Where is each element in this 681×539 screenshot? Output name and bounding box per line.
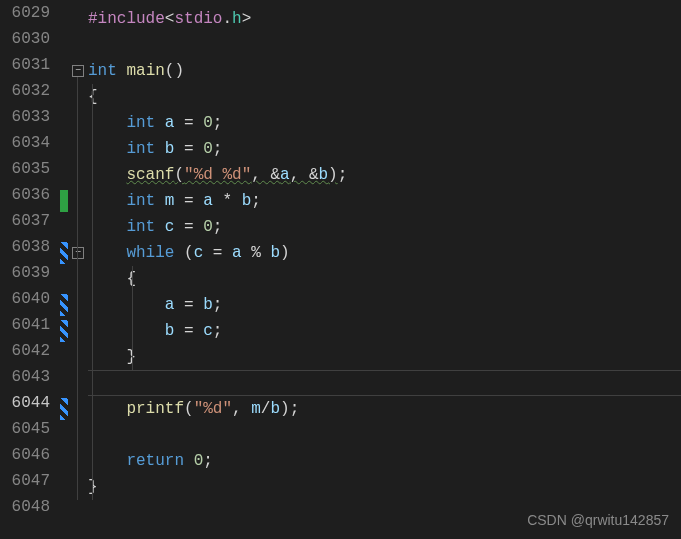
token: return (126, 452, 184, 470)
code-line[interactable]: a = b; (88, 292, 681, 318)
code-line[interactable] (88, 422, 681, 448)
token: m (251, 400, 261, 418)
token: h (232, 10, 242, 28)
indent-guide (92, 448, 93, 474)
code-text: a = b; (88, 296, 222, 314)
change-mark (60, 242, 68, 264)
line-number: 6044 (4, 390, 50, 416)
token: ) (328, 166, 338, 184)
indent-guide (92, 214, 93, 240)
token: ; (213, 322, 223, 340)
line-number: 6033 (4, 104, 50, 130)
indent-guide (92, 110, 93, 136)
token: ; (213, 296, 223, 314)
token: ( (174, 244, 193, 262)
indent-guide (132, 344, 133, 370)
token: , (232, 400, 251, 418)
token: c (165, 218, 175, 236)
line-number: 6040 (4, 286, 50, 312)
code-line[interactable]: b = c; (88, 318, 681, 344)
token: = (174, 192, 203, 210)
token: , & (251, 166, 280, 184)
code-line[interactable]: return 0; (88, 448, 681, 474)
token: scanf (126, 166, 174, 184)
token: ; (203, 452, 213, 470)
token: b (270, 400, 280, 418)
line-number: 6029 (4, 0, 50, 26)
token: > (242, 10, 252, 28)
code-text: return 0; (88, 452, 213, 470)
token: . (222, 10, 232, 28)
code-text: int a = 0; (88, 114, 222, 132)
code-line[interactable]: printf("%d", m/b); (88, 396, 681, 422)
line-number: 6036 (4, 182, 50, 208)
line-number: 6041 (4, 312, 50, 338)
line-number: 6045 (4, 416, 50, 442)
token: / (261, 400, 271, 418)
token: b (270, 244, 280, 262)
line-number: 6046 (4, 442, 50, 468)
token: ; (338, 166, 348, 184)
code-line[interactable]: } (88, 344, 681, 370)
token: a (280, 166, 290, 184)
token: #include (88, 10, 165, 28)
code-editor[interactable]: 6029603060316032603360346035603660376038… (0, 0, 681, 539)
code-line[interactable] (88, 370, 681, 396)
code-line[interactable]: int m = a * b; (88, 188, 681, 214)
token: int (126, 114, 155, 132)
code-line[interactable]: } (88, 474, 681, 500)
code-line[interactable]: int c = 0; (88, 214, 681, 240)
indent-guide (92, 188, 93, 214)
code-line[interactable]: int a = 0; (88, 110, 681, 136)
line-number: 6035 (4, 156, 50, 182)
code-line[interactable] (88, 32, 681, 58)
token: = (203, 244, 232, 262)
indent-guide (92, 84, 93, 110)
token: a (165, 114, 175, 132)
current-line-highlight (88, 370, 681, 396)
code-line[interactable]: { (88, 84, 681, 110)
token (155, 218, 165, 236)
token: ; (213, 140, 223, 158)
token: b (203, 296, 213, 314)
token: a (203, 192, 213, 210)
code-line[interactable]: #include<stdio.h> (88, 6, 681, 32)
indent-guide (92, 292, 93, 318)
change-mark (60, 398, 68, 420)
token: * (213, 192, 242, 210)
token: ( (174, 166, 184, 184)
token: % (242, 244, 271, 262)
code-text: printf("%d", m/b); (88, 400, 299, 418)
code-line[interactable]: { (88, 266, 681, 292)
code-area[interactable]: #include<stdio.h>int main(){ int a = 0; … (88, 0, 681, 539)
token: ); (280, 400, 299, 418)
code-line[interactable]: int b = 0; (88, 136, 681, 162)
indent-guide (92, 396, 93, 422)
token: stdio (174, 10, 222, 28)
code-text: { (88, 270, 136, 288)
fold-toggle[interactable]: − (72, 247, 84, 259)
code-line[interactable]: while (c = a % b) (88, 240, 681, 266)
token: , & (290, 166, 319, 184)
token: ( (184, 400, 194, 418)
code-line[interactable]: scanf("%d %d", &a, &b); (88, 162, 681, 188)
line-number: 6047 (4, 468, 50, 494)
token: ; (213, 114, 223, 132)
code-line[interactable]: int main() (88, 58, 681, 84)
line-number: 6034 (4, 130, 50, 156)
change-marks-column (60, 0, 72, 539)
fold-toggle[interactable]: − (72, 65, 84, 77)
line-number-gutter: 6029603060316032603360346035603660376038… (0, 0, 60, 539)
token: b (242, 192, 252, 210)
code-text (88, 426, 126, 444)
code-text: scanf("%d %d", &a, &b); (88, 166, 347, 184)
fold-column: −− (72, 0, 88, 539)
code-text: int c = 0; (88, 218, 222, 236)
line-number: 6037 (4, 208, 50, 234)
token: a (165, 296, 175, 314)
token: = (174, 296, 203, 314)
code-text: int main() (88, 62, 184, 80)
code-text: } (88, 348, 136, 366)
code-text: while (c = a % b) (88, 244, 290, 262)
token: c (203, 322, 213, 340)
